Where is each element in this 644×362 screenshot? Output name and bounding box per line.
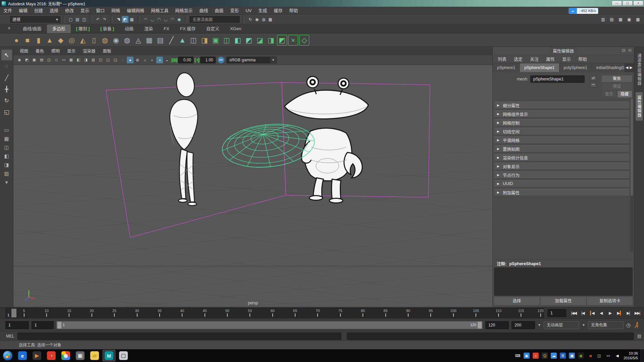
animation-start-field[interactable]: 1 bbox=[5, 321, 29, 329]
tray-icon[interactable]: B bbox=[560, 353, 566, 359]
shelf-icon[interactable]: ◪ bbox=[255, 35, 265, 46]
menu-item[interactable]: 缓存 bbox=[270, 7, 286, 15]
chevron-down-icon[interactable]: ▼ bbox=[538, 323, 541, 327]
taskbar-app-button[interactable]: ▢ bbox=[117, 350, 130, 361]
ae-collapsible-section[interactable]: ▶ 平滑网格 bbox=[494, 136, 629, 144]
selected-psphere-wireframe[interactable] bbox=[220, 120, 317, 172]
shelf-tab[interactable]: 雕刻 bbox=[71, 24, 95, 33]
menu-set-dropdown[interactable]: 建模 ▾ bbox=[10, 16, 60, 23]
status-icon[interactable]: ◫ bbox=[81, 16, 88, 23]
panel-toolbar-icon[interactable]: ◍ bbox=[134, 57, 141, 63]
hide-button[interactable]: 隐藏 bbox=[618, 91, 632, 98]
character-right[interactable] bbox=[284, 76, 368, 203]
shelf-icon[interactable]: ▲ bbox=[45, 35, 55, 46]
status-icon[interactable]: ▩ bbox=[267, 16, 274, 23]
shelf-icon[interactable]: ◧ bbox=[233, 35, 243, 46]
panel-menu-item[interactable]: 面板 bbox=[99, 48, 115, 54]
shelf-icon[interactable]: ▲ bbox=[177, 35, 187, 46]
live-surface-field[interactable]: 无激活曲面 bbox=[190, 16, 240, 23]
shelf-icon[interactable]: ▮ bbox=[34, 35, 44, 46]
shelf-icon[interactable]: × bbox=[288, 35, 298, 46]
menu-item[interactable]: 编辑网格 bbox=[123, 7, 148, 15]
current-time-marker[interactable] bbox=[11, 309, 16, 317]
shelf-icon[interactable]: ◨ bbox=[266, 35, 276, 46]
scene-3d-view[interactable] bbox=[13, 65, 492, 307]
ae-footer-button[interactable]: 加载属性 bbox=[541, 297, 586, 305]
tray-icon[interactable]: ♪ bbox=[533, 353, 539, 359]
status-icon[interactable]: ↻ bbox=[247, 16, 254, 23]
menu-item[interactable]: 网格工具 bbox=[148, 7, 172, 15]
panel-toolbar-icon[interactable]: ◐ bbox=[149, 57, 156, 63]
command-input-field[interactable] bbox=[17, 333, 341, 340]
sidebar-toggle-icon[interactable]: ▣ bbox=[626, 16, 633, 23]
shelf-icon[interactable]: ◩ bbox=[244, 35, 254, 46]
tray-icon[interactable]: Q bbox=[542, 353, 548, 359]
ae-collapsible-section[interactable]: ▶ 网格控制 bbox=[494, 119, 629, 126]
status-icon[interactable]: ◥ bbox=[115, 16, 122, 23]
toolbox-tool[interactable]: ╱ bbox=[1, 72, 12, 83]
panel-menu-item[interactable]: 着色 bbox=[32, 48, 48, 54]
panel-toolbar-icon[interactable]: ◑ bbox=[156, 57, 163, 63]
shelf-tab[interactable]: 动画 bbox=[119, 24, 139, 33]
taskbar-clock[interactable]: 10:36 2016/5/5 bbox=[624, 351, 638, 361]
panel-menu-item[interactable]: 显示 bbox=[63, 48, 79, 54]
snap-icon[interactable]: ◡ bbox=[149, 16, 156, 23]
script-editor-icon[interactable]: ▤ bbox=[636, 333, 643, 340]
show-desktop-button[interactable] bbox=[641, 349, 644, 362]
image-planes[interactable] bbox=[106, 82, 430, 237]
shelf-tab[interactable]: 自定义 bbox=[201, 24, 225, 33]
shelf-tab[interactable]: FX 缓存 bbox=[175, 24, 201, 33]
ae-collapsible-section[interactable]: ▶ 网格组件显示 bbox=[494, 110, 629, 118]
connection-icon-button[interactable]: ↪ bbox=[590, 82, 597, 87]
tray-icon[interactable]: ⌨ bbox=[515, 353, 521, 359]
view-transform-dropdown[interactable]: sRGB gamma ▼ bbox=[226, 57, 277, 63]
character-set-dropdown[interactable]: 无角色集 bbox=[588, 321, 624, 329]
ae-collapsible-section[interactable]: ▶ 附加属性 bbox=[494, 189, 629, 196]
color-management-toggle[interactable]: ON bbox=[218, 57, 224, 63]
playback-end-field[interactable]: 120 bbox=[485, 321, 509, 329]
menu-item[interactable]: 网格 bbox=[108, 7, 123, 15]
taskbar-app-button[interactable]: e bbox=[16, 350, 29, 361]
shelf-icon[interactable]: ▣ bbox=[211, 35, 221, 46]
window-titlebar[interactable]: Autodesk Maya 2016: 无标题* --- pSphere1 — … bbox=[0, 0, 644, 7]
status-icon[interactable]: ◩ bbox=[122, 16, 128, 23]
status-icon[interactable]: ↷ bbox=[101, 16, 108, 23]
exposure-icon[interactable]: [◎] bbox=[171, 57, 177, 62]
taskbar-app-button[interactable]: ◉ bbox=[59, 350, 72, 361]
panel-toolbar-icon[interactable]: ◉ bbox=[16, 57, 23, 63]
sidebar-vertical-tab[interactable]: 属性编辑器 bbox=[636, 92, 643, 121]
playback-button[interactable]: ◀ bbox=[588, 309, 596, 317]
attribute-editor-titlebar[interactable]: 属性编辑器 ▢ × bbox=[493, 47, 634, 54]
timeline-ruler[interactable]: 1 5 10 15 bbox=[5, 308, 544, 318]
tray-icon[interactable]: ▭ bbox=[605, 353, 611, 359]
playback-button[interactable]: ▶▶| bbox=[633, 309, 641, 317]
panel-toolbar-icon[interactable]: ▤ bbox=[38, 57, 45, 63]
ae-scrollbar[interactable] bbox=[630, 98, 633, 252]
panel-menu-item[interactable]: 照明 bbox=[48, 48, 63, 54]
sidebar-toggle-icon[interactable]: ▦ bbox=[617, 16, 624, 23]
ae-node-tab[interactable]: pSphereShape1 bbox=[520, 63, 559, 72]
menu-item[interactable]: 修改 bbox=[62, 7, 77, 15]
shelf-icon[interactable]: ◩ bbox=[277, 35, 287, 46]
range-end-handle[interactable] bbox=[478, 322, 482, 328]
menu-item[interactable]: 曲线 bbox=[196, 7, 211, 15]
shelf-icon[interactable]: ◉ bbox=[111, 35, 121, 46]
playback-button[interactable]: ◀ bbox=[597, 309, 605, 317]
shelf-icon[interactable]: ◍ bbox=[122, 35, 132, 46]
mesh-name-field[interactable]: pSphereShape1 bbox=[530, 75, 585, 83]
snap-icon[interactable]: ◉ bbox=[176, 16, 182, 23]
toolbox-tool[interactable]: ↻ bbox=[1, 95, 12, 106]
shelf-tab[interactable]: FX bbox=[158, 24, 175, 33]
ae-footer-button[interactable]: 选择 bbox=[494, 297, 540, 305]
menu-item[interactable]: UV bbox=[242, 7, 255, 15]
ae-footer-button[interactable]: 复制选项卡 bbox=[587, 297, 633, 305]
status-icon[interactable]: ▤ bbox=[74, 16, 81, 23]
gamma-field[interactable]: 1.00 bbox=[200, 57, 216, 63]
start-button[interactable] bbox=[3, 351, 13, 361]
status-icon[interactable]: ↶ bbox=[95, 16, 101, 23]
tray-icon[interactable]: ◀ bbox=[587, 353, 593, 359]
ae-collapsible-section[interactable]: ▶ 对象显示 bbox=[494, 163, 629, 170]
ae-menu-item[interactable]: 属性 bbox=[542, 56, 558, 62]
snap-icon[interactable]: ◠ bbox=[169, 16, 176, 23]
auto-keyframe-clock-icon[interactable]: ◷ bbox=[626, 322, 631, 328]
